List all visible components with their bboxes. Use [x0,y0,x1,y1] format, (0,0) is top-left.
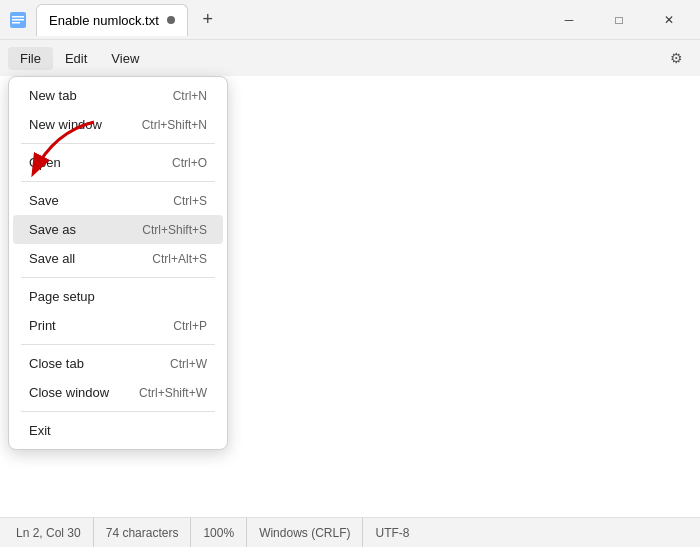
status-encoding: UTF-8 [363,518,421,547]
menu-item-label: Print [29,318,56,333]
separator-4 [21,344,215,345]
separator-5 [21,411,215,412]
menu-item-shortcut: Ctrl+N [173,89,207,103]
menu-item-label: Save [29,193,59,208]
menu-item-label: Close tab [29,356,84,371]
menu-print[interactable]: Print Ctrl+P [13,311,223,340]
menu-item-label: Page setup [29,289,95,304]
menu-item-shortcut: Ctrl+S [173,194,207,208]
encoding: UTF-8 [375,526,409,540]
status-position: Ln 2, Col 30 [16,518,94,547]
svg-rect-2 [12,19,24,21]
cursor-position: Ln 2, Col 30 [16,526,81,540]
menu-file[interactable]: File [8,47,53,70]
close-button[interactable]: ✕ [646,4,692,36]
menu-view[interactable]: View [99,47,151,70]
menu-close-tab[interactable]: Close tab Ctrl+W [13,349,223,378]
menu-item-label: New window [29,117,102,132]
tab-modified-dot [167,16,175,24]
separator-1 [21,143,215,144]
minimize-button[interactable]: ─ [546,4,592,36]
menu-exit[interactable]: Exit [13,416,223,445]
menu-save-as[interactable]: Save as Ctrl+Shift+S [13,215,223,244]
menu-open[interactable]: Open Ctrl+O [13,148,223,177]
status-line-ending: Windows (CRLF) [247,518,363,547]
separator-3 [21,277,215,278]
menu-item-shortcut: Ctrl+Shift+S [142,223,207,237]
menu-save-all[interactable]: Save all Ctrl+Alt+S [13,244,223,273]
menu-close-window[interactable]: Close window Ctrl+Shift+W [13,378,223,407]
menu-item-label: Save all [29,251,75,266]
zoom-level: 100% [203,526,234,540]
menu-item-shortcut: Ctrl+O [172,156,207,170]
separator-2 [21,181,215,182]
menu-bar: File Edit View ⚙ New tab Ctrl+N New wind… [0,40,700,76]
gear-icon: ⚙ [670,50,683,66]
file-dropdown-menu: New tab Ctrl+N New window Ctrl+Shift+N O… [8,76,228,450]
maximize-button[interactable]: □ [596,4,642,36]
svg-rect-3 [12,22,20,24]
character-count: 74 characters [106,526,179,540]
line-ending: Windows (CRLF) [259,526,350,540]
menu-save[interactable]: Save Ctrl+S [13,186,223,215]
new-tab-button[interactable]: + [192,4,224,36]
menu-item-label: New tab [29,88,77,103]
menu-item-shortcut: Ctrl+Shift+W [139,386,207,400]
active-tab[interactable]: Enable numlock.txt [36,4,188,36]
status-characters: 74 characters [94,518,192,547]
menu-edit[interactable]: Edit [53,47,99,70]
menu-item-label: Save as [29,222,76,237]
svg-rect-1 [12,16,24,18]
menu-item-shortcut: Ctrl+Alt+S [152,252,207,266]
menu-page-setup[interactable]: Page setup [13,282,223,311]
title-bar: Enable numlock.txt + ─ □ ✕ [0,0,700,40]
menu-new-window[interactable]: New window Ctrl+Shift+N [13,110,223,139]
menu-item-label: Exit [29,423,51,438]
app-icon [8,10,28,30]
status-zoom: 100% [191,518,247,547]
tab-bar: Enable numlock.txt + [36,4,546,36]
menu-item-shortcut: Ctrl+Shift+N [142,118,207,132]
tab-title: Enable numlock.txt [49,13,159,28]
settings-button[interactable]: ⚙ [660,42,692,74]
menu-new-tab[interactable]: New tab Ctrl+N [13,81,223,110]
menu-item-label: Open [29,155,61,170]
menu-item-shortcut: Ctrl+P [173,319,207,333]
window-controls: ─ □ ✕ [546,4,692,36]
menu-item-label: Close window [29,385,109,400]
menu-item-shortcut: Ctrl+W [170,357,207,371]
status-bar: Ln 2, Col 30 74 characters 100% Windows … [0,517,700,547]
